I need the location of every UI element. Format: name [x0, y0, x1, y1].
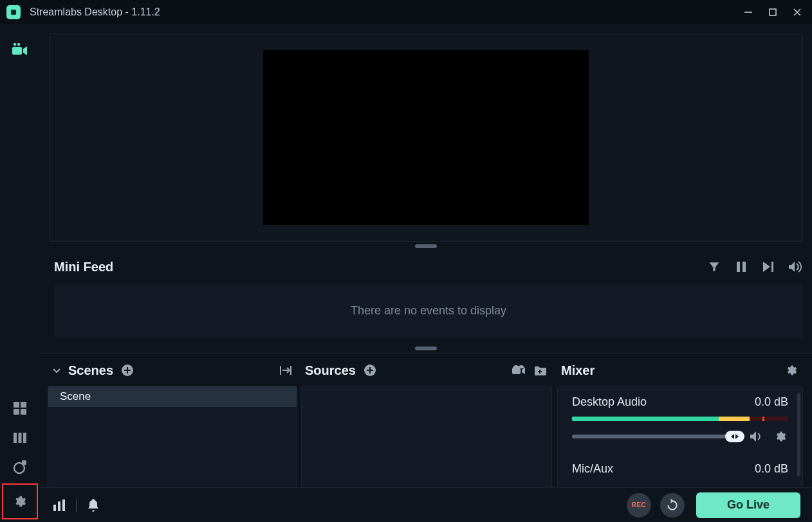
scene-transition-icon[interactable]	[278, 363, 293, 378]
preview-area[interactable]	[49, 33, 803, 242]
svg-rect-10	[14, 409, 19, 415]
camera-icon[interactable]	[511, 363, 526, 378]
metrics-icon[interactable]	[51, 498, 67, 513]
svg-rect-19	[771, 262, 773, 272]
record-label: REC	[632, 501, 647, 509]
window-close-button[interactable]	[785, 3, 809, 22]
main-content: Mini Feed There are no events to display	[40, 24, 812, 522]
divider	[76, 498, 77, 512]
chevron-down-icon[interactable]	[51, 365, 62, 375]
svg-rect-11	[21, 409, 26, 415]
svg-rect-0	[11, 10, 16, 15]
speaker-icon[interactable]	[748, 429, 764, 444]
svg-rect-28	[512, 368, 521, 374]
minifeed-panel: Mini Feed There are no events to display	[40, 251, 812, 344]
panels-resize-handle[interactable]	[415, 346, 437, 350]
app-icon	[6, 5, 21, 19]
minifeed-empty-text: There are no events to display	[351, 304, 506, 318]
preview-canvas	[263, 50, 589, 225]
svg-rect-12	[14, 433, 17, 443]
replay-button[interactable]	[660, 493, 685, 518]
app-store-icon[interactable]	[6, 454, 33, 481]
svg-rect-9	[21, 402, 26, 408]
svg-rect-30	[538, 371, 542, 372]
svg-rect-13	[19, 433, 22, 443]
mixer-title: Mixer	[561, 363, 595, 378]
editor-icon[interactable]	[6, 36, 33, 63]
settings-highlight	[2, 483, 38, 519]
svg-point-6	[14, 43, 16, 46]
layouts-icon[interactable]	[6, 424, 33, 451]
add-scene-icon[interactable]	[120, 363, 135, 378]
volume-slider[interactable]	[572, 435, 739, 438]
preview-resize-handle[interactable]	[415, 244, 437, 248]
mixer-channel: Mic/Aux 0.0 dB	[558, 451, 802, 482]
add-source-icon[interactable]	[362, 363, 378, 378]
svg-rect-16	[22, 460, 26, 465]
svg-rect-8	[14, 402, 19, 408]
scenes-title: Scenes	[68, 363, 113, 378]
gear-icon[interactable]	[773, 429, 788, 444]
scene-item[interactable]: Scene	[48, 386, 297, 407]
record-button[interactable]: REC	[627, 493, 651, 518]
svg-rect-33	[62, 500, 65, 511]
svg-rect-31	[53, 505, 56, 511]
minifeed-empty: There are no events to display	[54, 284, 803, 338]
pause-icon[interactable]	[734, 259, 749, 274]
mixer-settings-icon[interactable]	[784, 363, 799, 378]
svg-rect-32	[58, 501, 60, 511]
minifeed-title: Mini Feed	[54, 260, 113, 274]
bell-icon[interactable]	[86, 498, 101, 513]
mixer-channel-db: 0.0 dB	[755, 462, 788, 476]
audio-meter	[572, 417, 788, 421]
add-folder-icon[interactable]	[533, 363, 548, 378]
mixer-channel-name: Mic/Aux	[572, 462, 613, 476]
settings-icon[interactable]	[6, 488, 33, 515]
svg-rect-22	[124, 370, 131, 371]
skip-icon[interactable]	[761, 259, 776, 274]
go-live-button[interactable]: Go Live	[696, 492, 800, 518]
mixer-channel: Desktop Audio 0.0 dB	[558, 386, 802, 451]
scrollbar[interactable]	[797, 393, 800, 476]
svg-rect-17	[737, 262, 740, 272]
footer-bar: REC Go Live	[40, 487, 812, 522]
svg-rect-2	[770, 9, 776, 15]
svg-point-7	[17, 43, 20, 46]
sources-title: Sources	[305, 363, 356, 378]
volume-icon[interactable]	[788, 259, 803, 274]
svg-rect-27	[367, 370, 373, 371]
dashboard-icon[interactable]	[6, 395, 33, 422]
app-title: Streamlabs Desktop - 1.11.2	[30, 6, 160, 18]
left-rail	[0, 24, 40, 522]
svg-rect-18	[743, 262, 746, 272]
svg-rect-5	[12, 47, 22, 55]
mixer-channel-db: 0.0 dB	[755, 395, 788, 409]
mixer-channel-name: Desktop Audio	[572, 395, 647, 409]
svg-rect-14	[23, 433, 26, 443]
window-maximize-button[interactable]	[761, 3, 785, 22]
filter-icon[interactable]	[706, 259, 722, 274]
titlebar: Streamlabs Desktop - 1.11.2	[0, 0, 812, 24]
window-minimize-button[interactable]	[736, 3, 761, 22]
slider-thumb[interactable]	[725, 431, 744, 442]
